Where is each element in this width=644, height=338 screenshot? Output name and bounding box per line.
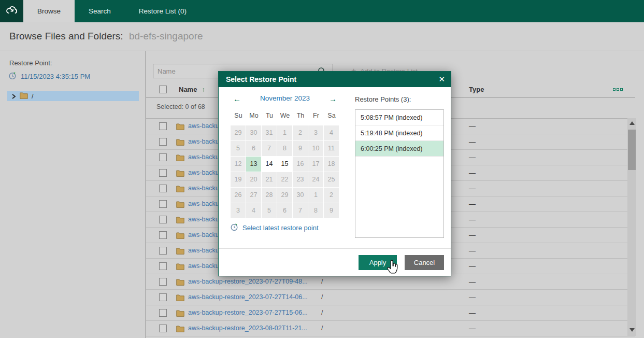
calendar-day-cell[interactable]: 31 [262, 125, 277, 140]
row-name-link[interactable]: aws-backu [188, 181, 219, 196]
chevron-right-icon[interactable] [11, 92, 16, 101]
calendar-day-cell[interactable]: 17 [308, 157, 323, 172]
calendar-day-header: Fr [308, 112, 324, 119]
calendar-day-cell[interactable]: 9 [293, 141, 308, 156]
table-row[interactable]: aws-backup-restore_2023-08-02T11-21... /… [146, 321, 635, 336]
row-name-link[interactable]: aws-backu [188, 212, 219, 227]
calendar-day-cell[interactable]: 1 [277, 125, 292, 140]
calendar-day-cell[interactable]: 11 [324, 141, 339, 156]
row-checkbox[interactable] [159, 138, 167, 146]
calendar-day-cell[interactable]: 8 [277, 141, 292, 156]
select-all-checkbox[interactable] [159, 86, 167, 93]
calendar-month-label[interactable]: November 2023 [230, 94, 340, 102]
calendar-day-cell[interactable]: 28 [262, 188, 277, 203]
row-name-link[interactable]: aws-backup-restore_2023-07-27T09-48... [188, 274, 308, 289]
calendar-day-cell[interactable]: 7 [262, 141, 277, 156]
calendar-day-cell[interactable]: 30 [293, 188, 308, 203]
row-name-link[interactable]: aws-backu [188, 119, 219, 134]
calendar-day-cell[interactable]: 3 [308, 125, 323, 140]
tab[interactable]: Search [75, 0, 125, 22]
calendar-day-cell[interactable]: 16 [293, 157, 308, 172]
table-row[interactable]: aws-backup-restore_2023-07-27T14-06... /… [146, 290, 635, 305]
calendar-day-cell[interactable]: 14 [262, 157, 277, 172]
row-name-link[interactable]: aws-backu [188, 243, 219, 258]
calendar-day-cell[interactable]: 21 [262, 172, 277, 187]
tab[interactable]: Browse [23, 0, 75, 22]
select-latest-restore-point-link[interactable]: Select latest restore point [230, 223, 319, 233]
calendar-day-cell[interactable]: 8 [308, 203, 323, 218]
row-checkbox[interactable] [159, 185, 167, 192]
row-name-link[interactable]: aws-backup-restore_2023-07-27T15-06... [188, 305, 308, 320]
calendar-day-cell[interactable]: 12 [231, 157, 246, 172]
calendar-day-cell[interactable]: 20 [246, 172, 261, 187]
calendar-day-cell[interactable]: 25 [324, 172, 339, 187]
row-checkbox[interactable] [159, 200, 167, 208]
column-options-icon[interactable] [613, 88, 623, 91]
restore-point-item[interactable]: 5:08:57 PM (indexed) [355, 110, 443, 125]
calendar-day-cell[interactable]: 5 [231, 141, 246, 156]
restore-point-item[interactable]: 5:19:48 PM (indexed) [355, 125, 443, 141]
calendar-day-cell[interactable]: 19 [231, 172, 246, 187]
scroll-up-icon[interactable] [629, 121, 635, 125]
table-row[interactable]: aws-backup-restore_2023-07-27T15-06... /… [146, 305, 635, 321]
calendar-day-cell[interactable]: 6 [246, 141, 261, 156]
calendar-day-cell[interactable]: 13 [246, 157, 261, 172]
row-name-link[interactable]: aws-backu [188, 259, 219, 274]
row-name-link[interactable]: aws-backu [188, 228, 219, 243]
row-checkbox[interactable] [159, 278, 167, 286]
row-checkbox[interactable] [159, 309, 167, 317]
calendar-day-cell[interactable]: 29 [231, 125, 246, 140]
calendar-day-cell[interactable]: 5 [262, 203, 277, 218]
row-checkbox[interactable] [159, 216, 167, 223]
tree-item-root[interactable]: / [7, 91, 139, 101]
calendar-day-cell[interactable]: 1 [308, 188, 323, 203]
calendar-grid: 2930311234567891011121314151617181920212… [231, 125, 340, 219]
scrollbar-thumb[interactable] [628, 130, 636, 170]
page-header: Browse Files and Folders: bd-efs-singapo… [0, 22, 644, 50]
row-checkbox[interactable] [159, 247, 167, 255]
calendar-day-cell[interactable]: 2 [324, 188, 339, 203]
calendar-day-cell[interactable]: 24 [308, 172, 323, 187]
row-name-link[interactable]: aws-backu [188, 196, 219, 212]
calendar-day-cell[interactable]: 9 [324, 203, 339, 218]
calendar-day-cell[interactable]: 29 [277, 188, 292, 203]
cancel-button[interactable]: Cancel [405, 255, 444, 270]
calendar-day-cell[interactable]: 4 [246, 203, 261, 218]
row-checkbox[interactable] [159, 293, 167, 301]
row-checkbox[interactable] [159, 231, 167, 239]
select-latest-label: Select latest restore point [242, 224, 319, 232]
calendar-day-cell[interactable]: 18 [324, 157, 339, 172]
row-name-link[interactable]: aws-backu [188, 150, 219, 165]
type-column-header[interactable]: Type [469, 86, 484, 93]
calendar-day-cell[interactable]: 2 [293, 125, 308, 140]
scroll-down-icon[interactable] [629, 328, 635, 332]
row-name-link[interactable]: aws-backu [188, 165, 219, 180]
restore-point-link[interactable]: 11/15/2023 4:35:15 PM [8, 72, 90, 81]
calendar-day-cell[interactable]: 26 [231, 188, 246, 203]
vertical-scrollbar[interactable] [627, 118, 636, 336]
prev-month-icon[interactable]: ← [233, 94, 241, 103]
calendar-day-cell[interactable]: 27 [246, 188, 261, 203]
calendar-day-cell[interactable]: 10 [308, 141, 323, 156]
restore-point-item[interactable]: 6:00:25 PM (indexed) [355, 141, 443, 157]
row-checkbox[interactable] [159, 122, 167, 130]
calendar-day-cell[interactable]: 15 [277, 157, 292, 172]
row-checkbox[interactable] [159, 325, 167, 332]
calendar-day-cell[interactable]: 23 [293, 172, 308, 187]
name-column-header[interactable]: Name↑ [179, 86, 205, 93]
calendar-day-cell[interactable]: 7 [293, 203, 308, 218]
row-checkbox[interactable] [159, 153, 167, 161]
calendar-day-cell[interactable]: 3 [231, 203, 246, 218]
calendar-day-cell[interactable]: 6 [277, 203, 292, 218]
row-name-link[interactable]: aws-backup-restore_2023-08-02T11-21... [188, 321, 307, 336]
calendar-day-cell[interactable]: 4 [324, 125, 339, 140]
row-name-link[interactable]: aws-backu [188, 134, 219, 149]
calendar-day-cell[interactable]: 22 [277, 172, 292, 187]
row-checkbox[interactable] [159, 262, 167, 270]
next-month-icon[interactable]: → [329, 94, 337, 103]
tab[interactable]: Restore List (0) [125, 0, 201, 22]
row-name-link[interactable]: aws-backup-restore_2023-07-27T14-06... [188, 290, 308, 305]
close-icon[interactable]: ✕ [438, 72, 445, 87]
calendar-day-cell[interactable]: 30 [246, 125, 261, 140]
row-checkbox[interactable] [159, 169, 167, 177]
